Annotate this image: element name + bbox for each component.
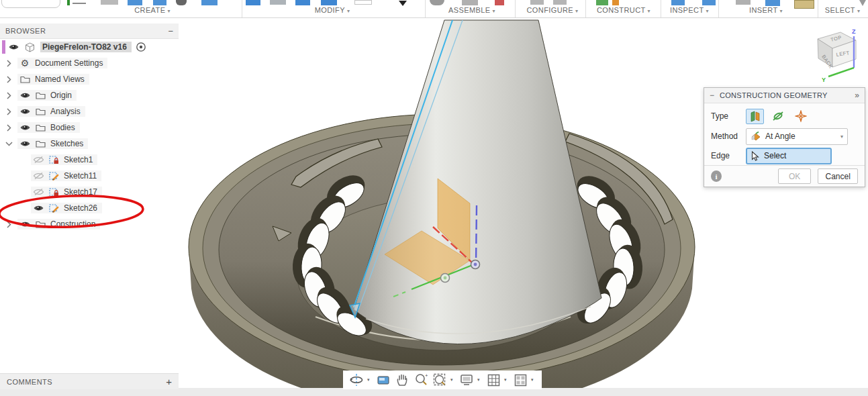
toolbar-separator xyxy=(515,0,516,17)
chevron-right-icon[interactable] xyxy=(4,92,13,99)
chevron-down-icon[interactable]: ▾ xyxy=(477,377,483,383)
combine-icon[interactable] xyxy=(321,0,337,5)
look-at-icon[interactable] xyxy=(375,372,391,388)
menu-create[interactable]: CREATE▾ xyxy=(134,6,171,14)
eye-icon[interactable] xyxy=(19,220,30,228)
component-cube-icon xyxy=(24,42,35,52)
coil-icon[interactable] xyxy=(176,0,187,5)
comments-panel[interactable]: COMMENTS + xyxy=(0,373,179,389)
eye-icon[interactable] xyxy=(19,140,30,148)
menu-assemble[interactable]: ASSEMBLE▾ xyxy=(448,6,495,14)
dialog-header[interactable]: − CONSTRUCTION GEOMETRY » xyxy=(704,88,865,103)
tree-row-origin[interactable]: Origin xyxy=(0,87,179,103)
tree-row-sketch1[interactable]: Sketch1 xyxy=(0,152,179,168)
method-dropdown[interactable]: At Angle ▾ xyxy=(746,128,848,145)
menu-construct[interactable]: CONSTRUCT▾ xyxy=(597,6,650,14)
tree-row-document-settings[interactable]: ⚙Document Settings xyxy=(0,55,179,71)
zoom-icon[interactable]: + xyxy=(413,372,429,388)
origin-handle-mid[interactable] xyxy=(441,274,450,283)
tree-row-sketch11[interactable]: Sketch11 xyxy=(0,168,179,184)
tree-row-bodies[interactable]: Bodies xyxy=(0,119,179,136)
menu-modify[interactable]: MODIFY▾ xyxy=(315,6,350,14)
joint-icon[interactable] xyxy=(430,0,444,5)
revolve-icon[interactable] xyxy=(128,0,142,5)
extrude-icon[interactable] xyxy=(101,0,118,5)
file-tab-stub[interactable] xyxy=(1,0,60,8)
type-axis-button[interactable] xyxy=(769,109,787,124)
tree-row-named-views[interactable]: Named Views xyxy=(0,71,179,87)
tree-row-sketch17[interactable]: Sketch17 xyxy=(0,184,179,200)
chevron-right-icon[interactable] xyxy=(4,60,13,67)
chevron-down-icon[interactable]: ▾ xyxy=(367,377,373,383)
offset-face-icon[interactable] xyxy=(354,0,372,5)
eye-off-icon[interactable] xyxy=(33,172,44,180)
tree-row-root-component[interactable]: PiegeFrelon-TO82 v16 xyxy=(0,39,179,55)
construct-axis-icon[interactable] xyxy=(612,0,619,5)
measure-icon[interactable] xyxy=(671,0,685,5)
insert-mesh-icon[interactable] xyxy=(794,0,814,9)
ok-button[interactable]: OK xyxy=(778,168,811,184)
type-plane-button[interactable] xyxy=(746,109,764,124)
menu-configure[interactable]: CONFIGURE▾ xyxy=(526,6,578,14)
menu-inspect[interactable]: INSPECT▾ xyxy=(670,6,709,14)
chevron-right-icon[interactable] xyxy=(4,221,13,228)
fit-icon[interactable] xyxy=(432,372,448,388)
toolbar-separator xyxy=(718,0,719,17)
origin-handle-corner[interactable] xyxy=(471,260,480,269)
modify-dropdown-arrow-icon[interactable] xyxy=(399,1,407,6)
grid-icon[interactable] xyxy=(485,372,501,388)
fillet-icon[interactable] xyxy=(270,0,286,5)
collapse-dialog-icon[interactable]: − xyxy=(710,91,714,100)
insert-derive-icon[interactable] xyxy=(736,0,751,5)
configure-table-icon[interactable] xyxy=(553,0,567,5)
new-component-icon[interactable] xyxy=(462,0,478,5)
view-cube[interactable]: LEFT TOP BACK Z Y xyxy=(803,27,868,89)
chevron-right-icon[interactable] xyxy=(4,76,13,83)
shell-icon[interactable] xyxy=(295,0,310,5)
menu-insert[interactable]: INSERT▾ xyxy=(749,6,783,14)
expand-dialog-icon[interactable]: » xyxy=(855,91,859,100)
insert-canvas-icon[interactable] xyxy=(765,0,780,6)
display-settings-icon[interactable] xyxy=(459,372,475,388)
assemble-tool-icon[interactable] xyxy=(495,0,504,5)
edge-select-button[interactable]: Select xyxy=(746,148,832,164)
cancel-button[interactable]: Cancel xyxy=(818,168,858,184)
eye-icon[interactable] xyxy=(19,107,30,115)
sketch-tool-icon[interactable] xyxy=(67,0,70,5)
sweep-icon[interactable] xyxy=(153,0,166,5)
eye-icon[interactable] xyxy=(33,204,44,212)
eye-off-icon[interactable] xyxy=(33,156,44,164)
chevron-down-icon[interactable]: ▾ xyxy=(531,377,536,383)
tree-row-analysis[interactable]: Analysis xyxy=(0,103,179,119)
eye-icon[interactable] xyxy=(19,91,30,99)
section-analysis-icon[interactable] xyxy=(702,0,716,5)
type-point-button[interactable] xyxy=(791,109,810,124)
construct-plane-icon[interactable] xyxy=(596,0,608,5)
collapse-panel-icon[interactable]: − xyxy=(168,26,173,36)
viewports-icon[interactable] xyxy=(512,372,528,388)
eye-icon[interactable] xyxy=(8,43,19,51)
select-cursor-icon[interactable] xyxy=(859,0,866,6)
browser-header[interactable]: BROWSER − xyxy=(0,23,179,39)
orbit-icon[interactable] xyxy=(348,372,365,388)
press-pull-icon[interactable] xyxy=(246,0,260,5)
chevron-right-icon[interactable] xyxy=(4,124,13,132)
eye-icon[interactable] xyxy=(19,123,30,132)
pan-icon[interactable] xyxy=(394,372,410,388)
tree-row-sketch26[interactable]: Sketch26 xyxy=(0,200,179,216)
chevron-right-icon[interactable] xyxy=(4,108,13,115)
chevron-down-icon[interactable]: ▾ xyxy=(450,377,456,383)
menu-select[interactable]: SELECT▾ xyxy=(825,6,861,14)
configure-tool-icon[interactable] xyxy=(530,0,544,5)
tree-row-sketches[interactable]: Sketches xyxy=(0,136,179,152)
chevron-down-icon: ▾ xyxy=(706,8,709,14)
tree-row-construction[interactable]: Construction xyxy=(0,216,179,232)
chevron-down-icon[interactable] xyxy=(4,142,13,146)
loft-icon[interactable] xyxy=(201,0,218,5)
eye-off-icon[interactable] xyxy=(33,188,44,196)
info-icon[interactable]: i xyxy=(711,170,722,182)
add-comment-icon[interactable]: + xyxy=(166,376,172,387)
root-component-label[interactable]: PiegeFrelon-TO82 v16 xyxy=(42,42,127,52)
activate-radio-icon[interactable] xyxy=(136,42,146,52)
chevron-down-icon[interactable]: ▾ xyxy=(504,377,510,383)
